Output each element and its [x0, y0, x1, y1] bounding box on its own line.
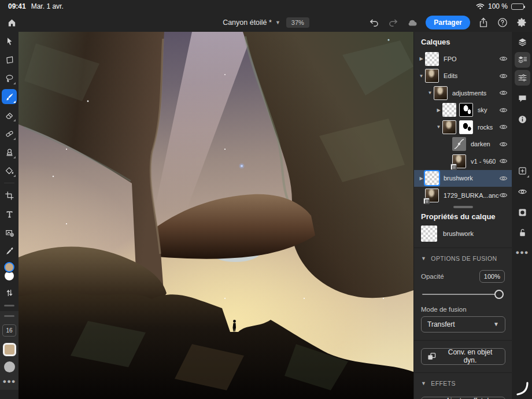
top-toolbar: Canyon étoilé * ▼ 37% Partager [0, 13, 532, 32]
transform-tool[interactable] [2, 52, 17, 67]
layer-row-adjustments[interactable]: ▼ adjustments [414, 84, 512, 102]
document-title: Canyon étoilé * [223, 19, 272, 27]
swap-colors-button[interactable] [2, 287, 17, 298]
redo-button[interactable] [387, 17, 399, 28]
layer-visibility-button[interactable] [515, 184, 530, 200]
brush-color-swatch[interactable] [3, 343, 16, 356]
blend-mode-select[interactable]: Transfert ▼ [421, 316, 505, 332]
eye-icon[interactable] [499, 157, 508, 165]
properties-layer-name: brushwork [443, 230, 474, 237]
blend-mode-value: Transfert [427, 320, 455, 328]
layer-name: darken [471, 141, 490, 147]
layer-thumbnail[interactable] [442, 103, 456, 117]
document-canvas[interactable] [19, 32, 413, 399]
brush-tool[interactable] [2, 89, 17, 104]
layer-properties-panel-icon[interactable] [515, 52, 530, 68]
layers-panel-icon[interactable] [515, 34, 530, 50]
tool-options-handle[interactable] [4, 305, 14, 306]
add-mask-button[interactable] [515, 205, 530, 220]
effects-header[interactable]: ▼ EFFETS [414, 373, 512, 389]
layer-mask-thumbnail[interactable] [459, 120, 473, 134]
layer-name: 1729_BURKA...anced-NR33 [444, 192, 499, 199]
info-icon[interactable] [515, 112, 530, 127]
layer-row-darken[interactable]: darken [414, 136, 512, 153]
brush-size-value[interactable]: 16 [2, 324, 16, 337]
more-options-icon[interactable]: ●●● [515, 244, 530, 260]
right-panel: Calques ▶ FPO ▼ Edits ▼ adjustments ▶ sk… [413, 32, 512, 399]
clone-stamp-tool[interactable] [2, 145, 17, 160]
layers-panel-title: Calques [414, 32, 512, 50]
fill-tool[interactable] [2, 163, 17, 178]
date: Mar. 1 avr. [31, 2, 64, 10]
corner-gesture-indicator [516, 382, 529, 396]
status-bar: 09:41 Mar. 1 avr. 100 % [0, 0, 532, 13]
healing-brush-tool[interactable] [2, 126, 17, 141]
chevron-down-icon: ▼ [421, 256, 426, 261]
opacity-slider[interactable] [422, 290, 504, 299]
convert-smart-object-button[interactable]: Conv. en objet dyn. [421, 348, 505, 365]
share-button[interactable]: Partager [426, 16, 470, 29]
layer-thumbnail[interactable] [442, 120, 456, 134]
eye-icon[interactable] [499, 88, 508, 97]
more-options-icon[interactable]: ●●● [3, 378, 16, 385]
comments-icon[interactable] [515, 91, 530, 106]
layer-row-brushwork-selected[interactable]: ▶ brushwork [414, 170, 512, 187]
eye-icon[interactable] [499, 140, 508, 149]
chevron-down-icon: ▼ [275, 20, 280, 25]
layer-mask-thumbnail[interactable] [459, 103, 473, 117]
layer-row-edits[interactable]: ▼ Edits [414, 68, 512, 85]
expander-icon[interactable]: ▶ [435, 108, 442, 113]
eraser-tool[interactable] [2, 108, 17, 123]
layer-row-fpo[interactable]: ▶ FPO [414, 50, 512, 68]
layer-row-rocks[interactable]: ▼ rocks [414, 119, 512, 136]
layer-thumbnail[interactable] [425, 69, 439, 83]
move-tool[interactable] [2, 34, 17, 49]
expander-icon[interactable]: ▼ [435, 124, 442, 130]
layer-name: sky [478, 106, 487, 113]
eye-icon[interactable] [499, 54, 508, 63]
blend-mode-label: Mode de fusion [414, 301, 512, 316]
eye-icon[interactable] [499, 191, 508, 200]
panel-drag-handle[interactable] [4, 315, 14, 317]
adjustments-panel-icon[interactable] [515, 70, 530, 86]
expander-icon[interactable]: ▼ [418, 73, 425, 79]
opacity-value-field[interactable]: 100% [479, 270, 505, 283]
document-title-menu[interactable]: Canyon étoilé * ▼ [223, 19, 280, 27]
add-layer-button[interactable] [515, 163, 530, 179]
unlock-icon[interactable] [515, 225, 530, 241]
expander-icon[interactable]: ▶ [418, 56, 425, 61]
crop-tool[interactable] [2, 188, 17, 203]
brush-opacity-control[interactable] [4, 361, 15, 372]
layer-row-sky[interactable]: ▶ sky [414, 102, 512, 119]
battery-percent: 100 % [488, 2, 508, 10]
settings-gear-icon[interactable] [516, 17, 527, 28]
foreground-color-swatch[interactable] [4, 262, 14, 272]
place-photo-tool[interactable] [2, 225, 17, 240]
layer-name: brushwork [444, 175, 473, 182]
help-icon[interactable] [497, 17, 508, 28]
expander-icon[interactable]: ▼ [426, 90, 434, 95]
layer-thumbnail[interactable] [434, 86, 448, 100]
opacity-slider-knob[interactable] [494, 290, 504, 299]
smart-object-badge-icon [423, 198, 430, 204]
export-icon[interactable] [478, 17, 489, 28]
curves-adjustment-thumbnail[interactable] [452, 137, 466, 151]
eye-icon[interactable] [499, 123, 508, 131]
expander-icon[interactable]: ▶ [418, 176, 425, 181]
type-tool[interactable] [2, 206, 17, 221]
layer-row-1729[interactable]: 1729_BURKA...anced-NR33 [414, 187, 512, 204]
layer-thumbnail[interactable] [425, 171, 439, 185]
eyedropper-tool[interactable] [2, 243, 17, 258]
layer-row-v1[interactable]: v1 - %60 [414, 153, 512, 170]
eye-icon[interactable] [499, 72, 508, 80]
eye-icon[interactable] [499, 106, 508, 114]
cloud-sync-icon[interactable] [407, 17, 418, 28]
zoom-level-chip[interactable]: 37% [286, 17, 309, 28]
undo-button[interactable] [368, 17, 380, 28]
add-layer-effect-button[interactable]: fx Ajouter effet de calque [421, 397, 505, 399]
lasso-tool[interactable] [2, 71, 17, 86]
panel-splitter[interactable] [414, 204, 512, 210]
layer-thumbnail[interactable] [425, 52, 439, 66]
blend-options-header[interactable]: ▼ OPTIONS DE FUSION [414, 248, 512, 264]
eye-icon[interactable] [499, 174, 508, 183]
